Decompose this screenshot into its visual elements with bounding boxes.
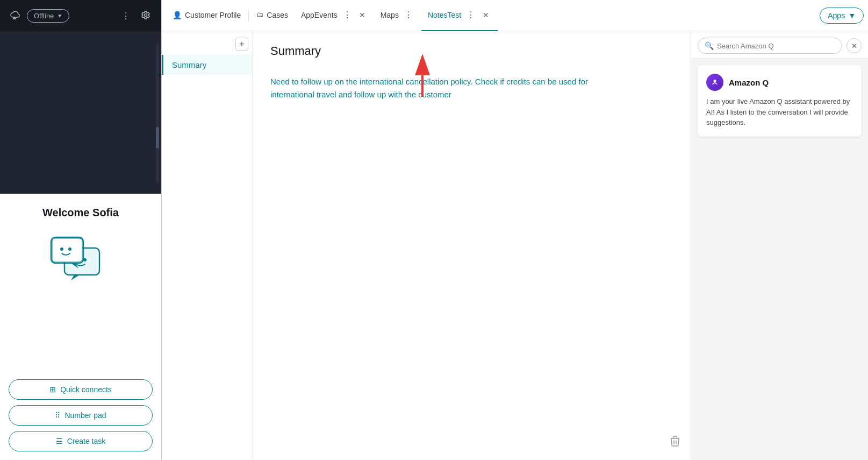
notes-test-close-button[interactable]: ✕ (480, 10, 491, 20)
amazon-q-search-bar: 🔍 ✕ (691, 31, 868, 59)
status-button[interactable]: Offline ▼ (27, 9, 69, 23)
number-pad-icon: ⠿ (55, 411, 60, 420)
amazon-q-avatar (706, 74, 723, 91)
amazon-q-name: Amazon Q (729, 78, 769, 87)
close-amazon-q-button[interactable]: ✕ (847, 38, 862, 53)
welcome-title: Welcome Sofia (42, 207, 119, 219)
quick-connects-label: Quick connects (60, 385, 112, 394)
notes-main-content: Summary Need to follow up on the interna… (253, 31, 691, 460)
svg-point-10 (68, 247, 71, 251)
notes-test-dots-button[interactable]: ⋮ (464, 9, 477, 21)
tab-maps[interactable]: Maps ⋮ (374, 0, 421, 31)
tab-customer-profile-label: Customer Profile (185, 11, 241, 19)
svg-point-14 (714, 80, 716, 82)
apps-button[interactable]: Apps ▼ (820, 8, 864, 24)
maps-dots-button[interactable]: ⋮ (402, 9, 415, 21)
app-events-close-button[interactable]: ✕ (357, 10, 368, 20)
tab-cases[interactable]: 🗂 Cases (250, 0, 295, 31)
search-input-wrapper: 🔍 (698, 38, 842, 54)
notes-item-summary-label: Summary (172, 60, 206, 69)
sidebar-welcome-panel: Welcome Sofia (0, 194, 161, 460)
content-body: + Summary Summary Need to follow up on t… (162, 31, 868, 460)
cloud-icon (9, 10, 20, 22)
tab-cases-label: Cases (267, 11, 288, 19)
tab-app-events-label: AppEvents (301, 11, 338, 19)
tab-divider-1 (248, 10, 249, 21)
create-task-label: Create task (67, 437, 106, 445)
amazon-q-description: I am your live Amazon Q assistant powere… (706, 96, 853, 128)
sidebar: Offline ▼ ⋮ Welcome Sofia (0, 0, 161, 460)
create-task-button[interactable]: ☰ Create task (9, 431, 153, 451)
main-area: 👤 Customer Profile 🗂 Cases AppEvents ⋮ ✕… (161, 0, 868, 460)
tab-notes-test[interactable]: NotesTest ⋮ ✕ (421, 0, 498, 31)
tab-maps-label: Maps (381, 11, 399, 19)
notes-sidebar: + Summary (162, 31, 253, 460)
app-events-dots-button[interactable]: ⋮ (341, 9, 354, 21)
search-icon: 🔍 (705, 41, 714, 50)
amazon-q-card: Amazon Q I am your live Amazon Q assista… (698, 65, 862, 137)
cases-icon: 🗂 (256, 11, 263, 19)
dropdown-arrow-icon: ▼ (57, 13, 62, 19)
apps-label: Apps (828, 11, 845, 20)
sidebar-header-actions: ⋮ (119, 8, 153, 24)
amazon-q-search-input[interactable] (717, 42, 835, 50)
number-pad-button[interactable]: ⠿ Number pad (9, 405, 153, 426)
notes-item-summary[interactable]: Summary (162, 55, 253, 75)
customer-profile-icon: 👤 (173, 11, 182, 19)
delete-note-button[interactable] (670, 436, 680, 449)
quick-connects-button[interactable]: ⊞ Quick connects (9, 379, 153, 400)
tab-bar: 👤 Customer Profile 🗂 Cases AppEvents ⋮ ✕… (162, 0, 868, 31)
scroll-track (156, 43, 159, 183)
quick-connects-icon: ⊞ (49, 385, 56, 394)
sidebar-header: Offline ▼ ⋮ (0, 0, 161, 32)
apps-dropdown-icon: ▼ (848, 11, 856, 20)
sidebar-scroll-area (0, 32, 161, 194)
sidebar-action-buttons: ⊞ Quick connects ⠿ Number pad ☰ Create t… (9, 379, 153, 451)
notes-sidebar-header: + (162, 36, 253, 55)
status-label: Offline (34, 12, 54, 20)
tab-app-events[interactable]: AppEvents ⋮ ✕ (295, 0, 374, 31)
notes-title: Summary (270, 44, 673, 58)
settings-button[interactable] (139, 8, 153, 24)
amazon-q-panel: 🔍 ✕ Amazon Q I am your live (691, 31, 868, 460)
add-note-button[interactable]: + (235, 38, 248, 51)
more-options-button[interactable]: ⋮ (119, 9, 132, 23)
red-arrow (412, 54, 433, 97)
svg-rect-8 (52, 238, 82, 262)
chat-illustration (48, 232, 113, 286)
amazon-q-card-header: Amazon Q (706, 74, 853, 91)
svg-point-9 (60, 247, 63, 251)
tab-notes-test-label: NotesTest (428, 11, 461, 19)
number-pad-label: Number pad (64, 411, 106, 420)
create-task-icon: ☰ (56, 437, 63, 445)
scroll-thumb[interactable] (156, 127, 159, 148)
tab-customer-profile[interactable]: 👤 Customer Profile (166, 0, 247, 31)
